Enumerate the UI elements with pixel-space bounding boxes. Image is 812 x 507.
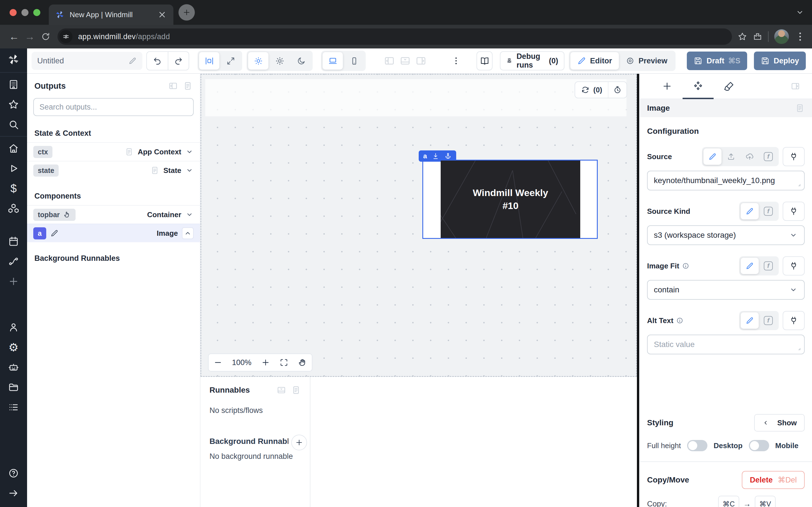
browser-tab[interactable]: New App | Windmill (49, 4, 173, 25)
doc-view-icon[interactable] (183, 81, 193, 91)
address-bar[interactable]: app.windmill.dev/apps/add (57, 29, 732, 45)
toggle-bottom-panel-icon[interactable] (400, 55, 411, 66)
ctx-badge[interactable]: ctx (33, 146, 52, 158)
connect-plug-icon[interactable] (783, 311, 805, 330)
zoom-window-button[interactable] (33, 9, 40, 16)
sidebar-add-icon[interactable] (0, 271, 27, 291)
search-input[interactable] (36, 103, 191, 112)
collapse-panel-icon[interactable] (168, 81, 178, 91)
sidebar-workers-icon[interactable] (0, 357, 27, 377)
connect-plug-icon[interactable] (783, 202, 805, 221)
edit-title-pencil-icon[interactable] (128, 57, 137, 65)
redo-button[interactable] (168, 52, 189, 70)
draft-button[interactable]: Draft ⌘S (687, 52, 747, 70)
app-canvas[interactable]: (0) a Windmill Weekly #10 100% (200, 74, 637, 377)
chevron-up-icon[interactable] (182, 227, 194, 239)
close-window-button[interactable] (10, 9, 17, 16)
sidebar-variables-icon[interactable]: $ (0, 178, 27, 198)
doc-icon[interactable] (795, 103, 805, 113)
extensions-puzzle-icon[interactable] (753, 32, 762, 41)
component-row-a-selected[interactable]: a Image (27, 224, 200, 242)
chevron-down-icon[interactable] (185, 166, 194, 175)
mobile-view-button[interactable] (344, 52, 364, 69)
anchor-icon[interactable] (444, 152, 452, 160)
collapse-bottom-panel-icon[interactable] (276, 385, 286, 395)
sidebar-help-icon[interactable] (0, 463, 27, 483)
sidebar-folders-icon[interactable] (0, 377, 27, 397)
desktop-view-button[interactable] (322, 52, 343, 69)
insert-component-tab[interactable] (652, 74, 682, 99)
resize-handle-icon[interactable] (797, 182, 802, 187)
selected-image-component[interactable]: a Windmill Weekly #10 (422, 160, 598, 239)
dark-theme-button[interactable] (291, 52, 311, 69)
sidebar-settings-gear-icon[interactable]: ⚙ (0, 337, 27, 357)
reload-button[interactable] (38, 29, 54, 45)
auto-theme-button[interactable] (248, 52, 268, 69)
close-tab-icon[interactable] (157, 10, 167, 20)
full-height-desktop-toggle[interactable] (687, 440, 707, 451)
static-mode-pencil-icon[interactable] (741, 313, 759, 329)
connect-plug-icon[interactable] (783, 256, 805, 276)
resize-handle-icon[interactable] (797, 346, 802, 351)
sidebar-favorites-icon[interactable] (0, 94, 27, 114)
center-layout-button[interactable] (199, 52, 219, 69)
light-theme-button[interactable] (269, 52, 290, 69)
topbar-badge[interactable]: topbar (33, 209, 75, 221)
settings-tab[interactable] (682, 74, 714, 99)
sidebar-users-icon[interactable] (0, 317, 27, 337)
sidebar-resources-icon[interactable] (0, 198, 27, 218)
source-input[interactable] (647, 171, 805, 190)
zoom-in-icon[interactable] (261, 358, 270, 367)
topbar-container-component[interactable] (205, 79, 626, 116)
browser-menu-icon[interactable] (795, 31, 806, 42)
forward-button[interactable]: → (22, 29, 38, 45)
chevron-down-icon[interactable] (185, 210, 194, 219)
connect-plug-icon[interactable] (783, 147, 805, 166)
refresh-button[interactable]: (0) (575, 82, 608, 98)
sidebar-audit-logs-icon[interactable] (0, 397, 27, 417)
info-icon[interactable] (676, 317, 683, 324)
fx-mode-icon[interactable]: f (759, 313, 777, 329)
fx-mode-icon[interactable]: f (759, 149, 777, 165)
full-height-mobile-toggle[interactable] (749, 440, 769, 451)
sidebar-schedules-icon[interactable] (0, 231, 27, 251)
preview-tab[interactable]: Preview (619, 52, 674, 69)
bookmark-star-icon[interactable] (738, 32, 747, 41)
editor-tab[interactable]: Editor (570, 52, 619, 69)
selection-toolbar[interactable]: a (419, 151, 456, 162)
deploy-button[interactable]: Deploy (754, 52, 806, 70)
collapse-right-panel-icon[interactable] (791, 74, 800, 99)
sidebar-routes-icon[interactable] (0, 251, 27, 271)
pan-hand-icon[interactable] (298, 358, 307, 367)
doc-view-icon[interactable] (291, 385, 301, 395)
sidebar-home-icon[interactable] (0, 138, 27, 158)
image-fit-select[interactable]: contain (647, 280, 805, 300)
state-badge[interactable]: state (33, 165, 59, 177)
site-settings-icon[interactable] (59, 30, 72, 43)
alt-text-input[interactable] (647, 335, 805, 354)
info-icon[interactable] (682, 262, 689, 270)
component-row-topbar[interactable]: topbar Container (27, 205, 200, 224)
profile-avatar[interactable] (774, 29, 789, 44)
static-mode-pencil-icon[interactable] (703, 149, 721, 165)
docs-button[interactable] (476, 51, 493, 70)
debug-runs-button[interactable]: Debug runs (0) (500, 51, 564, 70)
add-background-runnable-button[interactable] (291, 435, 307, 450)
sidebar-expand-icon[interactable] (0, 483, 27, 503)
rename-pencil-icon[interactable] (50, 229, 59, 237)
app-title-field[interactable]: Untitled (32, 52, 142, 70)
source-value-input[interactable] (649, 176, 802, 185)
undo-button[interactable] (147, 52, 168, 70)
fx-mode-icon[interactable]: f (759, 258, 777, 274)
expand-down-icon[interactable] (432, 152, 439, 160)
windmill-logo[interactable] (0, 48, 27, 70)
tab-search-chevron-icon[interactable] (795, 8, 805, 17)
upload-icon[interactable] (722, 149, 740, 165)
static-mode-pencil-icon[interactable] (741, 258, 759, 274)
static-mode-pencil-icon[interactable] (741, 203, 759, 219)
zoom-out-icon[interactable] (213, 358, 222, 367)
history-button[interactable] (608, 82, 626, 98)
more-options-icon[interactable] (451, 55, 461, 67)
fit-view-icon[interactable] (280, 358, 289, 367)
outputs-search[interactable] (33, 98, 194, 116)
